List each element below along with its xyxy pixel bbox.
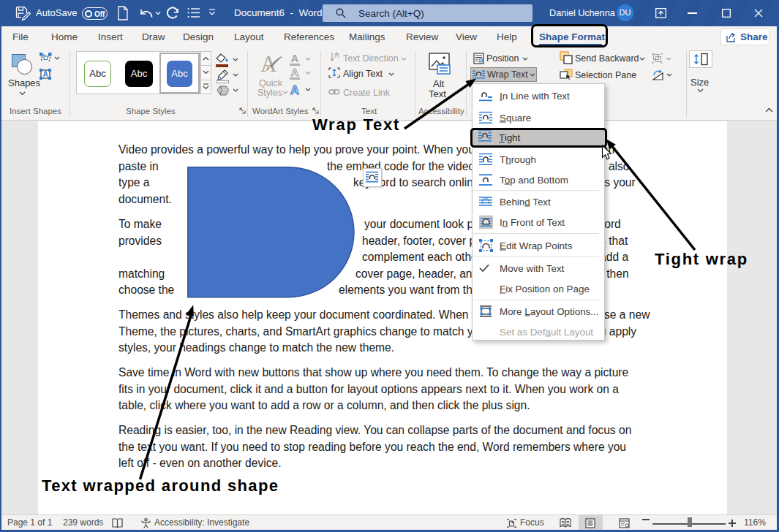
svg-text:A: A bbox=[291, 66, 299, 78]
svg-text:A: A bbox=[42, 70, 48, 78]
svg-text:A: A bbox=[291, 53, 299, 64]
svg-text:A: A bbox=[290, 83, 299, 96]
